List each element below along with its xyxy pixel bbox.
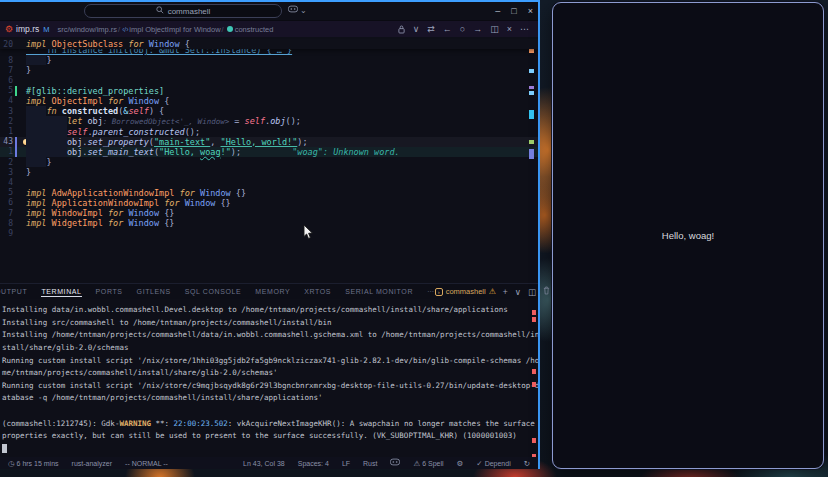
status-item[interactable]: Spaces: 4 (298, 460, 329, 467)
panel-tab-ports[interactable]: PORTS (96, 286, 123, 297)
status-item-clock-icon[interactable]: ◷6 hrs 15 mins (8, 459, 59, 468)
code-text: impl ApplicationWindowImpl for Window {} (26, 198, 231, 208)
code-line[interactable]: 8 } (0, 55, 538, 65)
code-line[interactable]: 7impl WindowImpl for Window {} (0, 208, 538, 218)
panel-tab-gitlens[interactable]: GITLENS (137, 286, 171, 297)
terminal-line: me/tntman/projects/commashell/install/sh… (2, 368, 538, 381)
search-value: commashell (168, 7, 211, 16)
code-text: impl ObjectSubclass for Window { (26, 39, 190, 49)
line-number: 9 (0, 229, 13, 238)
close-icon[interactable]: × (528, 3, 533, 19)
code-line[interactable]: 6impl ApplicationWindowImpl for Window {… (0, 198, 538, 208)
compare-changes-icon[interactable]: ⇄ (427, 24, 435, 34)
code-line[interactable]: 8impl WidgetImpl for Window {} (0, 218, 538, 228)
status-label: 6 hrs 15 mins (17, 460, 59, 467)
line-number: 3 (0, 168, 13, 177)
line-number: 4 (0, 178, 13, 187)
terminal-scroll-mark (532, 310, 536, 315)
code-line[interactable]: 3 fn constructed(&self) { (0, 106, 538, 116)
warning-icon: ⚠ (489, 287, 496, 296)
terminal-output[interactable]: Installing data/in.wobbl.commashell.Deve… (0, 299, 538, 457)
line-number: 7 (0, 66, 13, 75)
code-line[interactable]: 2 } (0, 157, 538, 167)
line-number: 8 (0, 219, 13, 228)
terminal-scroll-mark (532, 438, 536, 443)
breadcrumb-segment[interactable]: constructed (235, 25, 274, 34)
code-text: #[glib::derived_properties] (26, 86, 164, 96)
status-item[interactable]: Rust (363, 460, 377, 467)
panel-tab-memory[interactable]: MEMORY (255, 286, 290, 297)
line-number: 1 (0, 127, 13, 136)
code-text: } (26, 55, 52, 65)
code-line[interactable]: 5impl AdwApplicationWindowImpl for Windo… (0, 188, 538, 198)
status-item-warning-icon[interactable]: ⚠6 Spell (413, 459, 443, 468)
copilot-menu[interactable]: ⌄ (288, 5, 307, 15)
code-line[interactable]: 7} (0, 65, 538, 75)
dot-icon[interactable]: ○ (460, 24, 465, 34)
terminal-line: Installing src/commashell to /home/tntma… (2, 318, 538, 331)
status-item-check-icon[interactable]: ✓Dependi (476, 459, 510, 468)
chevron-down-icon[interactable]: ∨ (515, 287, 521, 297)
more-actions-icon[interactable]: ⋯ (520, 24, 529, 34)
breadcrumb-segment[interactable]: impl ObjectImpl for Window (129, 25, 220, 34)
line-number: 7 (0, 209, 13, 218)
status-item-gear-icon[interactable]: ⚙ (457, 459, 464, 468)
code-line[interactable]: 1 obj.set_main_text("Hello, woag!"); "wo… (0, 147, 538, 157)
code-line[interactable]: 6 (0, 76, 538, 86)
status-item[interactable]: rust-analyzer (72, 460, 112, 467)
code-text: impl ObjectImpl for Window { (26, 96, 169, 106)
git-gutter-bar (15, 86, 17, 96)
code-text: let obj: BorrowedObject<'_, Window> = se… (26, 116, 301, 126)
plus-icon[interactable]: + (503, 287, 508, 297)
line-number: 6 (0, 76, 13, 85)
minimize-icon[interactable]: – (495, 3, 500, 19)
status-label: Ln 43, Col 38 (243, 460, 285, 467)
trash-icon[interactable] (543, 286, 550, 297)
editor-tab[interactable]: ⚙ imp.rs M (5, 24, 49, 34)
close-editor-icon[interactable]: × (507, 24, 512, 34)
code-text: } (26, 157, 52, 167)
code-text: } (26, 65, 31, 75)
chevron-down-icon[interactable]: ∨ (413, 24, 420, 34)
status-item[interactable]: Ln 43, Col 38 (243, 460, 285, 467)
nav-back-icon[interactable]: ← (443, 24, 452, 34)
nav-forward-icon[interactable]: → (473, 24, 482, 34)
clock-icon: ◷ (8, 459, 15, 468)
terminal-selector[interactable]: › commashell ⚠ (435, 287, 496, 296)
maximize-icon[interactable]: □ (511, 3, 516, 19)
split-terminal-icon[interactable]: ◫ (528, 287, 536, 297)
status-label: Dependi (485, 460, 511, 467)
gear-icon: ⚙ (457, 459, 464, 468)
code-line[interactable]: 43 obj.set_property("main-text", "Hello,… (0, 137, 538, 147)
code-line[interactable]: 20impl ObjectSubclass for Window { (0, 39, 538, 49)
lock-icon[interactable] (398, 25, 405, 34)
command-center-search[interactable]: commashell (84, 4, 282, 18)
status-item-copilot-icon[interactable] (390, 458, 400, 468)
code-text: obj.set_main_text("Hello, woag!"); "woag… (26, 147, 400, 157)
status-label: Rust (363, 460, 377, 467)
vscode-window: commashell ⌄ –□× ⚙ imp.rs M src/window/i… (0, 0, 540, 469)
terminal-line: Installing data/in.wobbl.commashell.Deve… (2, 305, 538, 318)
panel-tab-output[interactable]: OUTPUT (0, 286, 27, 297)
panel-tab-terminal[interactable]: TERMINAL (41, 286, 81, 297)
code-line[interactable]: 2 let obj: BorrowedObject<'_, Window> = … (0, 116, 538, 126)
line-number: 5 (0, 86, 13, 95)
code-line[interactable]: 5#[glib::derived_properties] (0, 86, 538, 96)
code-line[interactable]: 4 (0, 177, 538, 187)
code-line[interactable]: 3} (0, 167, 538, 177)
code-line[interactable]: 1 self.parent_constructed(); (0, 127, 538, 137)
line-number: 43 (0, 137, 13, 146)
split-editor-icon[interactable]: ◫ (490, 24, 499, 34)
panel-tab--[interactable]: ⋯ (427, 286, 435, 297)
panel-tab-serial-monitor[interactable]: SERIAL MONITOR (345, 286, 413, 297)
panel-tab-xrtos[interactable]: XRTOS (304, 286, 331, 297)
status-item-refresh-icon[interactable]: ↻ (524, 459, 530, 468)
panel-tab-sql-console[interactable]: SQL CONSOLE (185, 286, 242, 297)
status-item[interactable]: -- NORMAL -- (125, 460, 168, 467)
code-editor[interactable]: 20impl ObjectSubclass for Window { fn in… (0, 39, 538, 283)
line-number: 20 (0, 40, 13, 49)
breadcrumb-segment[interactable]: src/window/imp.rs (57, 25, 117, 34)
code-line[interactable]: 4impl ObjectImpl for Window { (0, 96, 538, 106)
code-line[interactable]: 9 (0, 228, 538, 238)
status-item[interactable]: LF (342, 460, 350, 467)
